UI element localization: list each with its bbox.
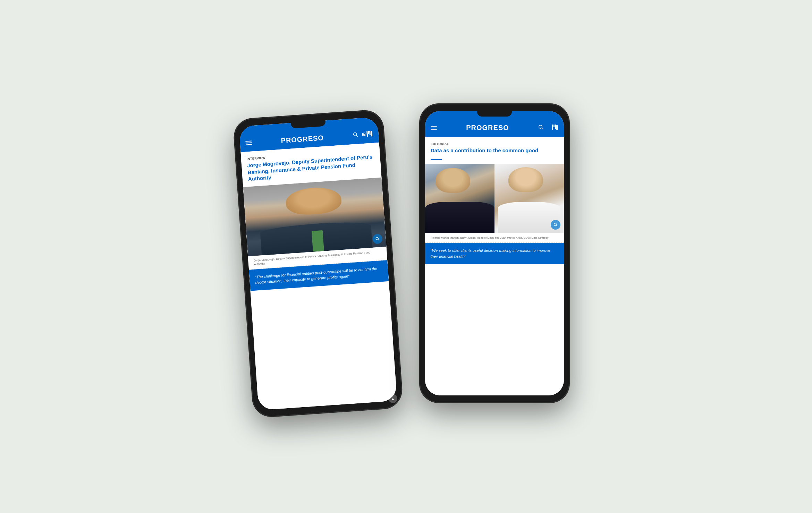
person-left-photo [425, 164, 494, 233]
app-title-right: PROGRESO [440, 124, 535, 132]
svg-rect-13 [555, 125, 556, 129]
quote-text-left: "The challenge for financial entities po… [255, 266, 377, 284]
scroll-button-left[interactable]: ▲ [388, 393, 397, 403]
svg-point-0 [353, 132, 357, 136]
phone-left: PROGRESO ⊞ [233, 110, 403, 418]
svg-point-9 [539, 125, 542, 128]
bbva-logo-left[interactable]: ⊞ [362, 130, 373, 139]
svg-line-16 [556, 225, 557, 226]
image-caption-right: Ricardo Martín Manjón, BBVA Global Head … [425, 233, 564, 243]
article-title-right: Data as a contribution to the common goo… [425, 147, 564, 158]
image-search-overlay-right[interactable] [551, 220, 560, 230]
svg-rect-12 [553, 125, 555, 127]
side-button-right [386, 165, 389, 186]
svg-rect-6 [371, 131, 372, 136]
svg-line-1 [356, 135, 358, 137]
phone-left-screen: PROGRESO ⊞ [239, 117, 397, 410]
two-people-photo [425, 164, 564, 233]
quote-box-right: "We seek to offer clients useful decisio… [425, 243, 564, 264]
phone-right-notch [477, 108, 512, 117]
bbva-logo-right[interactable] [547, 123, 558, 132]
search-icon-right[interactable] [538, 125, 544, 131]
svg-point-7 [376, 237, 378, 239]
app-title-left: PROGRESO [255, 132, 350, 146]
side-button-volume-up [235, 168, 238, 181]
svg-rect-14 [556, 125, 558, 130]
quote-text-right: "We seek to offer clients useful decisio… [431, 248, 550, 258]
scene: PROGRESO ⊞ [0, 0, 812, 513]
svg-rect-11 [552, 125, 553, 130]
phone-right: PROGRESO EDI [420, 104, 569, 402]
search-icon-left[interactable] [353, 131, 358, 139]
title-divider-right [431, 159, 442, 160]
hamburger-icon-right[interactable] [431, 126, 437, 130]
app-content-left: INTERVIEW Jorge Mogrovejo, Deputy Superi… [240, 142, 397, 410]
svg-point-15 [554, 223, 557, 226]
svg-text:⊞: ⊞ [362, 131, 366, 137]
phone-right-screen: PROGRESO EDI [425, 111, 564, 395]
article-image-left [243, 177, 386, 256]
svg-line-8 [378, 239, 379, 240]
side-button-power [237, 200, 240, 221]
svg-line-10 [542, 128, 543, 129]
article-category-right: EDITORIAL [425, 137, 564, 147]
svg-rect-3 [366, 131, 368, 137]
side-button-volume-down [236, 184, 239, 197]
article-image-right [425, 164, 564, 233]
hamburger-icon-left[interactable] [245, 140, 252, 145]
svg-rect-4 [368, 131, 369, 134]
app-content-right: EDITORIAL Data as a contribution to the … [425, 137, 564, 395]
svg-rect-5 [369, 131, 371, 135]
